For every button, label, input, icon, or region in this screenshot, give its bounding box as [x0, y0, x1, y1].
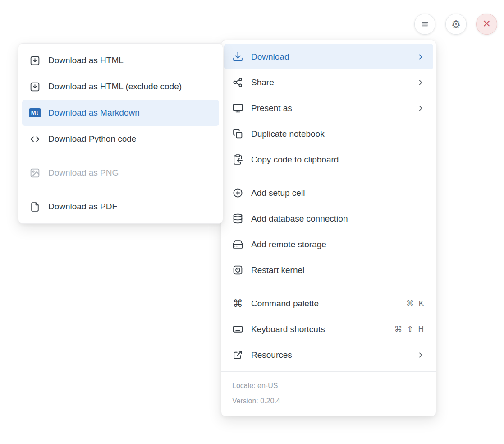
- code-icon: [29, 134, 41, 145]
- menu-item-command-palette[interactable]: ⌘ Command palette ⌘ K: [221, 291, 436, 316]
- submenu-item-download-html-exclude-code[interactable]: Download as HTML (exclude code): [18, 74, 223, 100]
- menu-footer: Locale: en-US Version: 0.20.4: [221, 375, 436, 412]
- database-icon: [232, 213, 243, 224]
- submenu-item-download-html[interactable]: Download as HTML: [18, 47, 223, 74]
- version-text: Version: 0.20.4: [232, 393, 425, 409]
- menu-item-keyboard-shortcuts[interactable]: Keyboard shortcuts ⌘ ⇧ H: [221, 316, 436, 342]
- menu-divider: [221, 176, 436, 176]
- close-button[interactable]: ×: [476, 14, 497, 35]
- submenu-item-download-png: Download as PNG: [18, 160, 223, 186]
- submenu-item-label: Download as PDF: [48, 202, 212, 212]
- menu-item-add-remote-storage[interactable]: Add remote storage: [221, 231, 436, 257]
- chevron-right-icon: [416, 351, 425, 360]
- command-icon: ⌘: [232, 299, 243, 309]
- plus-circle-icon: [232, 187, 243, 199]
- gear-icon: ⚙: [451, 19, 461, 30]
- menu-divider: [221, 371, 436, 372]
- submenu-item-download-markdown[interactable]: M↓ Download as Markdown: [22, 100, 219, 126]
- menu-item-label: Present as: [251, 103, 416, 113]
- menu-item-duplicate-notebook[interactable]: Duplicate notebook: [221, 121, 436, 147]
- share-icon: [232, 77, 243, 88]
- menu-item-label: Add database connection: [251, 214, 425, 224]
- menu-item-label: Copy code to clipboard: [251, 155, 425, 165]
- power-icon: [232, 264, 243, 276]
- present-icon: [232, 102, 243, 114]
- menu-item-label: Restart kernel: [251, 265, 425, 275]
- download-box-icon: [29, 55, 41, 66]
- submenu-item-label: Download Python code: [48, 134, 212, 144]
- menu-item-copy-code[interactable]: Copy code to clipboard: [221, 147, 436, 172]
- external-link-icon: [232, 349, 243, 361]
- menu-item-restart-kernel[interactable]: Restart kernel: [221, 257, 436, 283]
- image-icon: [29, 167, 41, 179]
- submenu-item-label: Download as HTML: [48, 56, 212, 65]
- clipboard-copy-icon: [232, 154, 243, 165]
- menu-item-label: Download: [251, 52, 416, 62]
- submenu-item-label: Download as PNG: [48, 168, 212, 178]
- notebook-menu-button[interactable]: [414, 14, 435, 35]
- hamburger-menu-icon: [420, 19, 430, 29]
- locale-text: Locale: en-US: [232, 378, 425, 393]
- download-submenu: Download as HTML Download as HTML (exclu…: [18, 43, 223, 224]
- chevron-right-icon: [416, 104, 425, 113]
- submenu-item-download-pdf[interactable]: Download as PDF: [18, 194, 223, 220]
- menu-divider: [18, 190, 223, 190]
- keyboard-icon: [232, 324, 243, 335]
- page-edge-line: [0, 59, 18, 59]
- menu-divider: [18, 156, 223, 156]
- hard-drive-icon: [232, 239, 243, 250]
- menu-item-label: Keyboard shortcuts: [251, 324, 394, 334]
- menu-item-label: Command palette: [251, 299, 406, 309]
- download-box-icon: [29, 81, 41, 92]
- menu-item-label: Resources: [251, 350, 416, 360]
- menu-item-resources[interactable]: Resources: [221, 342, 436, 368]
- chevron-right-icon: [416, 52, 425, 61]
- download-icon: [232, 51, 243, 62]
- shortcut-hint: ⌘ K: [406, 299, 425, 308]
- menu-item-add-setup-cell[interactable]: Add setup cell: [221, 180, 436, 206]
- submenu-item-download-python-code[interactable]: Download Python code: [18, 126, 223, 152]
- shortcut-hint: ⌘ ⇧ H: [394, 324, 425, 334]
- close-icon: ×: [483, 17, 491, 30]
- submenu-item-label: Download as Markdown: [48, 108, 212, 118]
- menu-item-label: Duplicate notebook: [251, 129, 425, 139]
- submenu-item-label: Download as HTML (exclude code): [48, 82, 212, 92]
- menu-item-label: Add remote storage: [251, 240, 425, 250]
- notebook-actions-menu: Download Share Present as Duplicate note…: [221, 40, 436, 416]
- page-edge-line: [0, 88, 18, 88]
- menu-item-present-as[interactable]: Present as: [221, 95, 436, 121]
- menu-item-share[interactable]: Share: [221, 69, 436, 95]
- markdown-icon: M↓: [29, 108, 41, 117]
- menu-item-label: Share: [251, 78, 416, 88]
- menu-item-label: Add setup cell: [251, 188, 425, 198]
- settings-button[interactable]: ⚙: [445, 14, 467, 35]
- menu-item-add-database-connection[interactable]: Add database connection: [221, 206, 436, 231]
- menu-item-download[interactable]: Download: [224, 44, 433, 69]
- chevron-right-icon: [416, 78, 425, 87]
- menu-divider: [221, 287, 436, 287]
- file-icon: [29, 201, 41, 213]
- duplicate-icon: [232, 128, 243, 139]
